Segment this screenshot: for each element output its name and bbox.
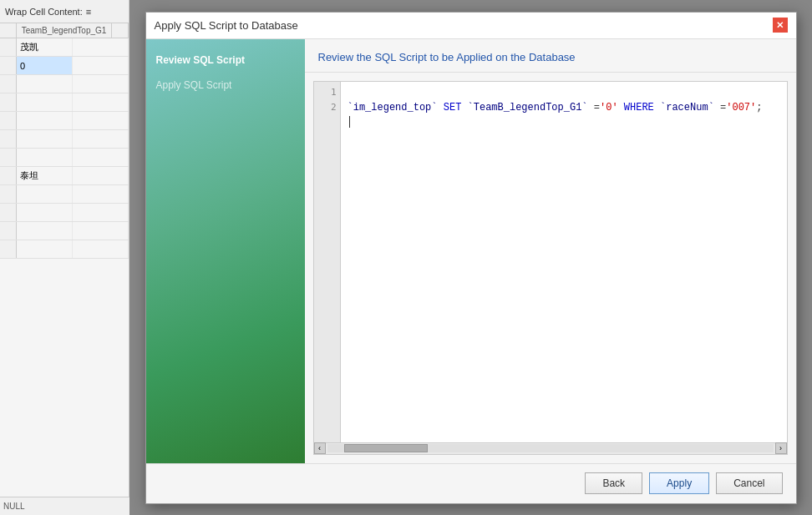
back-button[interactable]: Back bbox=[585, 472, 642, 494]
dialog-content-area: Review the SQL Script to be Applied on t… bbox=[305, 39, 796, 463]
horizontal-scrollbar[interactable]: ‹ › bbox=[314, 442, 787, 454]
table-row: 0 bbox=[0, 57, 129, 75]
apply-sql-dialog: Apply SQL Script to Database ✕ Review SQ… bbox=[145, 12, 797, 504]
status-text: NULL bbox=[3, 502, 25, 511]
spreadsheet-background: Wrap Cell Content: ≡ TeamB_legendTop_G1 … bbox=[0, 0, 129, 515]
table-row: 茂凯 bbox=[0, 38, 129, 57]
wrap-cell-label: Wrap Cell Content: bbox=[5, 7, 83, 17]
scroll-right-button[interactable]: › bbox=[775, 442, 787, 454]
dialog-overlay: Apply SQL Script to Database ✕ Review SQ… bbox=[129, 0, 812, 515]
col-header-row: TeamB_legendTop_G1 bbox=[0, 23, 129, 38]
scroll-left-button[interactable]: ‹ bbox=[314, 442, 326, 454]
wrap-icon: ≡ bbox=[86, 7, 91, 17]
table-row bbox=[0, 112, 129, 130]
dialog-titlebar: Apply SQL Script to Database ✕ bbox=[146, 13, 796, 39]
close-button[interactable]: ✕ bbox=[773, 18, 788, 33]
scroll-track[interactable] bbox=[327, 444, 774, 452]
cancel-button[interactable]: Cancel bbox=[716, 472, 782, 494]
table-row bbox=[0, 185, 129, 204]
line-numbers: 1 2 bbox=[314, 82, 341, 442]
col-g3-header: TeamB_legendTop_G1 bbox=[17, 23, 112, 38]
sql-editor[interactable]: 1 2 `im_legend_top` SET `TeamB_legendTop… bbox=[313, 81, 788, 455]
table-row bbox=[0, 93, 129, 112]
table-row bbox=[0, 75, 129, 93]
line-num-2: 2 bbox=[317, 100, 337, 115]
table-row bbox=[0, 222, 129, 240]
sidebar-item-apply[interactable]: Apply SQL Script bbox=[146, 73, 305, 98]
sql-code-display[interactable]: `im_legend_top` SET `TeamB_legendTop_G1`… bbox=[341, 82, 787, 442]
dialog-body: Review SQL Script Apply SQL Script Revie… bbox=[146, 39, 796, 463]
extra-col-header bbox=[112, 23, 129, 38]
scroll-thumb[interactable] bbox=[344, 444, 428, 452]
sidebar-item-review[interactable]: Review SQL Script bbox=[146, 48, 305, 73]
apply-button[interactable]: Apply bbox=[649, 472, 709, 494]
dialog-footer: Back Apply Cancel bbox=[146, 463, 796, 503]
dialog-title: Apply SQL Script to Database bbox=[155, 19, 298, 32]
table-row bbox=[0, 130, 129, 149]
table-row bbox=[0, 240, 129, 259]
table-row: 泰坦 bbox=[0, 167, 129, 185]
spreadsheet-toolbar: Wrap Cell Content: ≡ bbox=[0, 0, 129, 23]
sql-editor-inner: 1 2 `im_legend_top` SET `TeamB_legendTop… bbox=[314, 82, 787, 442]
status-bar: NULL bbox=[0, 497, 129, 515]
line-num-1: 1 bbox=[317, 85, 337, 100]
dialog-sidebar: Review SQL Script Apply SQL Script bbox=[146, 39, 305, 463]
row-num-header bbox=[0, 23, 17, 38]
content-header-title: Review the SQL Script to be Applied on t… bbox=[318, 51, 576, 63]
table-row bbox=[0, 149, 129, 167]
table-row bbox=[0, 204, 129, 222]
content-header: Review the SQL Script to be Applied on t… bbox=[305, 39, 796, 73]
